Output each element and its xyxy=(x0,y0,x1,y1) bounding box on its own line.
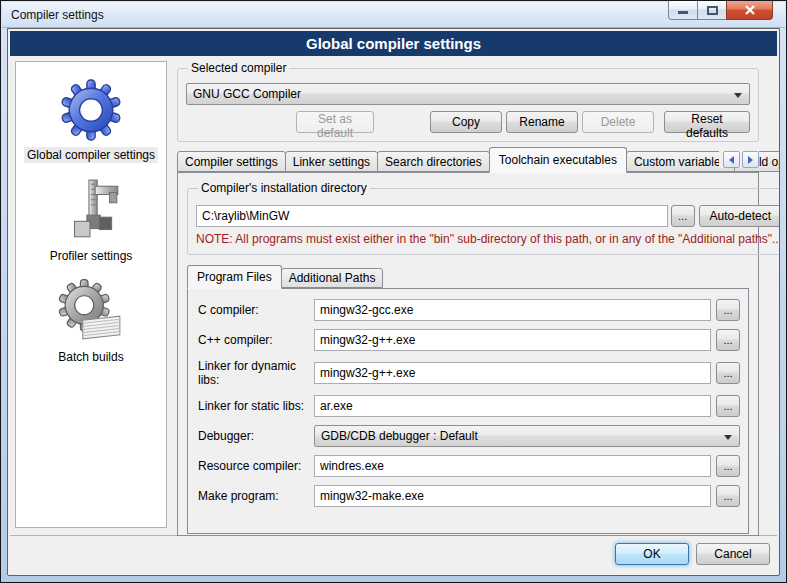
close-button[interactable] xyxy=(726,1,773,20)
selected-compiler-group-label: Selected compiler xyxy=(188,61,289,75)
tab-scroll-buttons xyxy=(719,151,759,168)
window-title: Compiler settings xyxy=(11,8,104,22)
linker-for-dynamic-libs-label: Linker for dynamic libs: xyxy=(196,359,312,387)
close-icon xyxy=(744,5,756,15)
maximize-icon xyxy=(707,6,718,15)
subtab-program-files[interactable]: Program Files xyxy=(187,265,282,289)
reset-defaults-button[interactable]: Reset defaults xyxy=(664,111,750,133)
linker-for-static-libs-label: Linker for static libs: xyxy=(196,399,312,413)
caption-buttons xyxy=(669,1,773,20)
resource-compiler-label: Resource compiler: xyxy=(196,459,312,473)
debugger-label: Debugger: xyxy=(196,429,312,443)
sidebar: Global compiler settingsProfiler setting… xyxy=(15,61,167,528)
subtab-additional-paths[interactable]: Additional Paths xyxy=(281,268,384,288)
tab-linker-settings[interactable]: Linker settings xyxy=(285,151,378,172)
tab-scroll-left-button[interactable] xyxy=(723,151,740,168)
resource-compiler-input[interactable] xyxy=(314,455,711,477)
programs-tab-bar: Program FilesAdditional Paths xyxy=(187,264,749,288)
gray-gear-icon xyxy=(58,279,124,345)
installation-directory-input[interactable] xyxy=(196,205,668,227)
selected-compiler-value: GNU GCC Compiler xyxy=(193,87,301,101)
compiler-buttons-row: Set as defaultCopyRenameDeleteReset defa… xyxy=(186,111,750,133)
sidebar-item-label: Global compiler settings xyxy=(24,147,158,163)
auto-detect-button[interactable]: Auto-detect xyxy=(699,205,780,227)
caliper-icon xyxy=(58,178,124,244)
dialog-header: Global compiler settings xyxy=(10,31,777,56)
installation-directory-group: Compiler's installation directory ... Au… xyxy=(187,181,780,255)
c-compiler-label: C++ compiler: xyxy=(196,333,312,347)
sidebar-item-profiler-settings[interactable]: Profiler settings xyxy=(16,163,166,264)
installation-directory-row: ... Auto-detect xyxy=(196,205,780,227)
c-compiler-label: C compiler: xyxy=(196,303,312,317)
tab-scroll-right-button[interactable] xyxy=(742,151,759,168)
installation-directory-browse-button[interactable]: ... xyxy=(671,205,695,227)
installation-note: NOTE: All programs must exist either in … xyxy=(196,232,780,246)
set-as-default-button: Set as default xyxy=(296,111,374,133)
program-files-grid: C compiler:...C++ compiler:...Linker for… xyxy=(196,299,740,507)
linker-for-dynamic-libs-browse-button[interactable]: ... xyxy=(716,362,740,384)
dropdown-arrow-icon xyxy=(734,93,742,98)
c-compiler-browse-button[interactable]: ... xyxy=(716,299,740,321)
linker-for-static-libs-input[interactable] xyxy=(314,395,711,417)
selected-compiler-select[interactable]: GNU GCC Compiler xyxy=(186,83,750,105)
blue-gear-icon xyxy=(58,77,124,143)
minimize-icon xyxy=(678,6,688,15)
debugger-select[interactable]: GDB/CDB debugger : Default xyxy=(314,425,740,447)
ok-button[interactable]: OK xyxy=(615,543,689,565)
make-program-input[interactable] xyxy=(314,485,711,507)
make-program-browse-button[interactable]: ... xyxy=(716,485,740,507)
installation-directory-group-label: Compiler's installation directory xyxy=(198,181,370,195)
main-tab-bar: Compiler settingsLinker settingsSearch d… xyxy=(177,146,759,172)
copy-button[interactable]: Copy xyxy=(430,111,502,133)
sidebar-item-label: Profiler settings xyxy=(47,248,136,264)
delete-button: Delete xyxy=(582,111,654,133)
resource-compiler-browse-button[interactable]: ... xyxy=(716,455,740,477)
c-compiler-browse-button[interactable]: ... xyxy=(716,329,740,351)
maximize-button[interactable] xyxy=(697,1,727,20)
make-program-label: Make program: xyxy=(196,489,312,503)
chevron-right-icon xyxy=(748,156,753,164)
selected-option-label: GDB/CDB debugger : Default xyxy=(321,429,478,443)
tab-search-directories[interactable]: Search directories xyxy=(377,151,490,172)
page-title: Global compiler settings xyxy=(306,35,481,52)
tab-compiler-settings[interactable]: Compiler settings xyxy=(177,151,286,172)
linker-for-static-libs-browse-button[interactable]: ... xyxy=(716,395,740,417)
main-content: Selected compiler GNU GCC Compiler Set a… xyxy=(177,61,759,536)
rename-button[interactable]: Rename xyxy=(506,111,578,133)
sidebar-item-global-compiler-settings[interactable]: Global compiler settings xyxy=(16,62,166,163)
c-compiler-input[interactable] xyxy=(314,329,711,351)
dropdown-arrow-icon xyxy=(724,435,732,440)
tab-toolchain-executables[interactable]: Toolchain executables xyxy=(489,147,627,173)
linker-for-dynamic-libs-input[interactable] xyxy=(314,362,711,384)
selected-compiler-group: Selected compiler GNU GCC Compiler Set a… xyxy=(177,61,759,142)
sidebar-item-label: Batch builds xyxy=(55,349,126,365)
dialog-body: Global compiler settings Global compiler… xyxy=(7,28,780,576)
footer-buttons: OK Cancel xyxy=(615,543,770,565)
chevron-left-icon xyxy=(729,156,734,164)
toolchain-executables-panel: Compiler's installation directory ... Au… xyxy=(177,172,759,536)
minimize-button[interactable] xyxy=(668,1,698,20)
cancel-button[interactable]: Cancel xyxy=(696,543,770,565)
program-files-panel: C compiler:...C++ compiler:...Linker for… xyxy=(187,288,749,534)
c-compiler-input[interactable] xyxy=(314,299,711,321)
sidebar-item-batch-builds[interactable]: Batch builds xyxy=(16,264,166,365)
compiler-settings-window: Compiler settings Global compiler settin… xyxy=(0,0,787,583)
